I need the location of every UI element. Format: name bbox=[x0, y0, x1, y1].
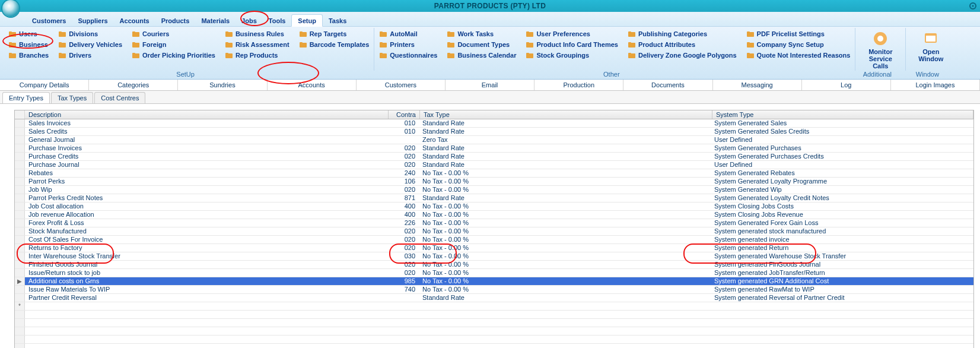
ribbon-business-rules[interactable]: Business Rules bbox=[224, 29, 291, 39]
minitab-cost-centres[interactable]: Cost Centres bbox=[94, 92, 145, 103]
entry-types-grid[interactable]: Description Contra Tax Type System Type … bbox=[14, 110, 974, 348]
ribbon-rep-products[interactable]: Rep Products bbox=[224, 50, 291, 60]
ribbon-quote-not-interested-reasons[interactable]: Quote Not Interested Reasons bbox=[745, 50, 852, 60]
table-row[interactable]: Finished Goods Journal020No Tax - 0.00 %… bbox=[15, 261, 973, 269]
table-row[interactable]: Cost Of Sales For Invoice020No Tax - 0.0… bbox=[15, 236, 973, 244]
minitab-tax-types[interactable]: Tax Types bbox=[51, 92, 93, 103]
table-row[interactable]: Issue Raw Materials To WIP740No Tax - 0.… bbox=[15, 286, 973, 294]
menu-products[interactable]: Products bbox=[155, 15, 196, 26]
ribbon-couriers[interactable]: Couriers bbox=[131, 29, 217, 39]
app-orb-icon[interactable] bbox=[2, 0, 19, 17]
monitor-service-calls-button[interactable]: Monitor Service Calls bbox=[859, 29, 902, 71]
table-row[interactable]: Inter Warehouse Stock Transfer030No Tax … bbox=[15, 252, 973, 261]
ribbon-rep-targets[interactable]: Rep Targets bbox=[298, 29, 371, 39]
ribbon-company-sync-setup[interactable]: Company Sync Setup bbox=[745, 40, 852, 49]
ribbon-questionnaires[interactable]: Questionnaires bbox=[378, 50, 438, 60]
subtab-accounts[interactable]: Accounts bbox=[268, 80, 357, 90]
ribbon-automail[interactable]: AutoMail bbox=[378, 29, 438, 39]
svg-rect-49 bbox=[628, 31, 631, 33]
table-row[interactable]: Rebates240No Tax - 0.00 %System Generate… bbox=[15, 169, 973, 178]
table-row[interactable]: Job revenue Allocation400No Tax - 0.00 %… bbox=[15, 211, 973, 219]
ribbon-product-info-card-themes[interactable]: Product Info Card Themes bbox=[524, 40, 619, 49]
col-header-system-type[interactable]: System Type bbox=[712, 110, 973, 119]
cell-sys: System Generated Loyalty Credit Notes bbox=[711, 194, 973, 202]
row-gutter bbox=[15, 219, 25, 227]
subtab-categories[interactable]: Categories bbox=[89, 80, 178, 90]
ribbon-label: Branches bbox=[19, 52, 49, 59]
ribbon-label: Company Sync Setup bbox=[757, 41, 824, 48]
subtab-production[interactable]: Production bbox=[534, 80, 623, 90]
table-row[interactable]: Partner Credit ReversalStandard RateSyst… bbox=[15, 294, 973, 302]
ribbon-pdf-pricelist-settings[interactable]: PDF Pricelist Settings bbox=[745, 29, 852, 39]
ribbon-foreign[interactable]: Foreign bbox=[131, 40, 217, 49]
ribbon-users[interactable]: Users bbox=[7, 29, 50, 39]
col-header-contra[interactable]: Contra bbox=[389, 110, 420, 119]
table-row[interactable]: Purchase Credits020Standard RateSystem G… bbox=[15, 153, 973, 161]
cell-desc: Partner Credit Reversal bbox=[25, 294, 388, 302]
menu-tasks[interactable]: Tasks bbox=[323, 15, 352, 26]
subtab-log[interactable]: Log bbox=[802, 80, 891, 90]
table-row[interactable]: Parrot Perks106No Tax - 0.00 %System Gen… bbox=[15, 178, 973, 186]
ribbon-label: Work Tasks bbox=[457, 30, 494, 37]
ribbon-document-types[interactable]: Document Types bbox=[446, 40, 517, 49]
menu-setup[interactable]: Setup bbox=[291, 14, 323, 27]
ribbon-product-attributes[interactable]: Product Attributes bbox=[626, 40, 738, 49]
row-gutter bbox=[15, 269, 25, 277]
work-tasks-icon bbox=[447, 30, 455, 38]
table-row[interactable]: Sales Credits010Standard RateSystem Gene… bbox=[15, 128, 973, 136]
table-row[interactable]: Parrot Perks Credit Notes871Standard Rat… bbox=[15, 194, 973, 203]
ribbon-barcode-templates[interactable]: Barcode Templates bbox=[298, 40, 371, 49]
menu-jobs[interactable]: Jobs bbox=[236, 15, 263, 26]
ribbon-order-picking-priorities[interactable]: Order Picking Priorities bbox=[131, 50, 217, 60]
table-row[interactable]: Issue/Return stock to job020No Tax - 0.0… bbox=[15, 269, 973, 277]
table-row[interactable]: Forex Profit & Loss226No Tax - 0.00 %Sys… bbox=[15, 219, 973, 227]
ribbon-work-tasks[interactable]: Work Tasks bbox=[446, 29, 517, 39]
subtab-sundries[interactable]: Sundries bbox=[178, 80, 267, 90]
ribbon-business-calendar[interactable]: Business Calendar bbox=[446, 50, 517, 60]
ribbon-user-preferences[interactable]: User Preferences bbox=[524, 29, 619, 39]
subtab-company-details[interactable]: Company Details bbox=[0, 80, 89, 90]
ribbon-divisions[interactable]: Divisions bbox=[57, 29, 123, 39]
row-gutter bbox=[15, 336, 25, 343]
menu-materials[interactable]: Materials bbox=[195, 15, 236, 26]
open-window-button[interactable]: Open Window bbox=[909, 29, 952, 64]
grid-header: Description Contra Tax Type System Type bbox=[15, 110, 973, 119]
ribbon-risk-assessment[interactable]: Risk Assessment bbox=[224, 40, 291, 49]
subtab-login-images[interactable]: Login Images bbox=[891, 80, 980, 90]
col-header-tax-type[interactable]: Tax Type bbox=[420, 110, 712, 119]
col-header-description[interactable]: Description bbox=[25, 110, 389, 119]
ribbon-business[interactable]: Business bbox=[7, 40, 50, 49]
menu-suppliers[interactable]: Suppliers bbox=[72, 15, 113, 26]
ribbon-printers[interactable]: Printers bbox=[378, 40, 438, 49]
table-row[interactable]: Purchase Invoices020Standard RateSystem … bbox=[15, 144, 973, 153]
menu-customers[interactable]: Customers bbox=[26, 15, 72, 26]
table-row[interactable]: Job Cost allocation400No Tax - 0.00 %Sys… bbox=[15, 203, 973, 211]
table-row[interactable]: Purchase Journal020Standard RateUser Def… bbox=[15, 161, 973, 169]
settings-gear-icon[interactable] bbox=[968, 1, 978, 11]
subtab-messaging[interactable]: Messaging bbox=[713, 80, 802, 90]
ribbon-drivers[interactable]: Drivers bbox=[57, 50, 123, 60]
subtab-customers[interactable]: Customers bbox=[357, 80, 446, 90]
table-row[interactable]: Stock Manufactured020No Tax - 0.00 %Syst… bbox=[15, 227, 973, 236]
ribbon-delivery-vehicles[interactable]: Delivery Vehicles bbox=[57, 40, 123, 49]
ribbon-label: Barcode Templates bbox=[310, 41, 370, 48]
menu-accounts[interactable]: Accounts bbox=[114, 15, 155, 26]
ribbon-label: Business bbox=[19, 41, 48, 48]
table-row[interactable]: ▶Additional costs on Grns985No Tax - 0.0… bbox=[15, 277, 973, 286]
cell-sys: System generated stock manufactured bbox=[711, 227, 973, 235]
table-row[interactable]: Job Wip020No Tax - 0.00 %System Generate… bbox=[15, 186, 973, 194]
ribbon-stock-groupings[interactable]: Stock Groupings bbox=[524, 50, 619, 60]
ribbon-branches[interactable]: Branches bbox=[7, 50, 50, 60]
grid-area: Description Contra Tax Type System Type … bbox=[0, 104, 980, 348]
new-row[interactable]: * bbox=[15, 302, 973, 311]
menu-tools[interactable]: Tools bbox=[263, 15, 292, 26]
minitab-entry-types[interactable]: Entry Types bbox=[2, 92, 50, 103]
subtab-email[interactable]: Email bbox=[446, 80, 534, 90]
ribbon-delivery-zone-google-polygons[interactable]: Delivery Zone Google Polygons bbox=[626, 50, 738, 60]
table-row[interactable]: Sales Invoices010Standard RateSystem Gen… bbox=[15, 119, 973, 128]
ribbon-publishing-categories[interactable]: Publishing Categories bbox=[626, 29, 738, 39]
table-row[interactable]: Returns to Factory020No Tax - 0.00 %Syst… bbox=[15, 244, 973, 252]
grid-body[interactable]: Sales Invoices010Standard RateSystem Gen… bbox=[15, 119, 973, 348]
subtab-documents[interactable]: Documents bbox=[623, 80, 712, 90]
table-row[interactable]: General JournalZero TaxUser Defined bbox=[15, 136, 973, 144]
